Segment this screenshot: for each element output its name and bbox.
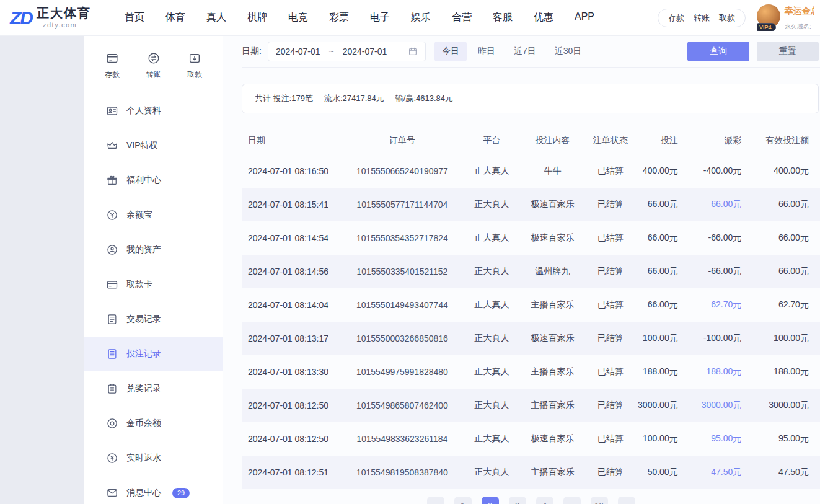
sidebar-shortcut-transfer[interactable]: 转账 — [146, 51, 161, 80]
nav-item[interactable]: 电子 — [370, 11, 390, 24]
cell-payout: 95.00元 — [693, 433, 757, 444]
sidebar-item-rebate[interactable]: 实时返水 — [84, 441, 223, 475]
cell-date: 2024-07-01 08:15:41 — [242, 200, 343, 210]
range-today-button[interactable]: 今日 — [434, 42, 467, 61]
page-button[interactable]: 2 — [482, 497, 499, 504]
quick-action-button[interactable]: 存款 — [668, 12, 684, 24]
column-header: 订单号 — [343, 135, 461, 146]
cell-status: 已结算 — [583, 433, 638, 444]
cell-status: 已结算 — [583, 166, 638, 177]
sidebar-item-bet-records[interactable]: 投注记录 — [84, 337, 223, 371]
cell-bet-content: 极速百家乐 — [522, 199, 583, 210]
page-button[interactable]: 1 — [454, 497, 472, 504]
table-row: 2024-07-01 08:12:501015549865807462400正大… — [242, 389, 820, 422]
range-yesterday-button[interactable]: 昨日 — [470, 42, 503, 61]
page-button[interactable]: 18 — [591, 497, 608, 504]
table-header: 日期订单号平台投注内容注单状态投注派彩有效投注额 — [242, 127, 820, 154]
cell-payout: -66.00元 — [693, 266, 757, 277]
cell-payout: -66.00元 — [693, 232, 757, 244]
date-range-input[interactable]: 2024-07-01 ~ 2024-07-01 — [268, 42, 426, 61]
column-header: 日期 — [242, 135, 343, 146]
table-row: 2024-07-01 08:12:511015549819508387840正大… — [242, 456, 820, 489]
table-row: 2024-07-01 08:13:301015549975991828480正大… — [242, 355, 820, 389]
summary-item: 输/赢:4613.84元 — [395, 93, 453, 104]
deposit-icon — [105, 51, 119, 65]
sidebar-item-label: 余额宝 — [126, 210, 152, 221]
reset-button[interactable]: 重置 — [757, 42, 819, 61]
cell-platform: 正大真人 — [462, 333, 522, 344]
quick-action-button[interactable]: 转账 — [694, 12, 710, 24]
nav-item[interactable]: 娱乐 — [411, 11, 431, 24]
avatar-wrap: VIP4 — [757, 4, 780, 28]
sidebar-shortcut-deposit[interactable]: 存款 — [105, 51, 120, 80]
rebate-icon — [106, 452, 118, 464]
cell-date: 2024-07-01 08:12:51 — [242, 467, 343, 477]
quick-range-group: 今日昨日近7日近30日 — [434, 42, 589, 61]
cell-status: 已结算 — [583, 333, 638, 344]
cell-order-id: 1015550354352717824 — [343, 233, 461, 243]
brand-logo-mark: ZD — [10, 9, 32, 27]
page-button[interactable]: 4 — [536, 497, 553, 504]
nav-item[interactable]: 优惠 — [534, 11, 553, 24]
sidebar-item-coins[interactable]: 金币余额 — [84, 406, 223, 441]
filter-bar: 日期: 2024-07-01 ~ 2024-07-01 今日昨日近7日近30日 … — [242, 35, 820, 68]
range-last30-button[interactable]: 近30日 — [547, 42, 589, 61]
top-navbar: ZD 正大体育 zdty.com 首页体育真人棋牌电竞彩票电子娱乐合营客服优惠A… — [0, 0, 820, 35]
sidebar-item-transactions[interactable]: 交易记录 — [84, 302, 223, 337]
sidebar-item-label: 取款卡 — [126, 279, 152, 290]
column-header: 注单状态 — [583, 135, 638, 146]
nav-item[interactable]: 合营 — [452, 11, 472, 24]
page-layout: 存款转账取款 个人资料VIP特权福利中心余额宝我的资产取款卡交易记录投注记录兑奖… — [0, 35, 820, 504]
cell-payout: 62.70元 — [693, 299, 757, 311]
quick-action-button[interactable]: 取款 — [719, 12, 735, 24]
cell-bet-content: 温州牌九 — [522, 266, 583, 277]
sidebar-item-messages[interactable]: 消息中心29 — [84, 475, 223, 504]
cell-order-id: 1015549975991828480 — [343, 367, 461, 377]
page-button[interactable]: … — [563, 497, 581, 504]
sidebar-shortcuts: 存款转账取款 — [84, 35, 223, 90]
sidebar-item-vip[interactable]: VIP特权 — [84, 128, 223, 163]
table-row: 2024-07-01 08:14:561015550335401521152正大… — [242, 255, 820, 288]
sidebar-item-withdraw-card[interactable]: 取款卡 — [84, 267, 223, 302]
main-content: 日期: 2024-07-01 ~ 2024-07-01 今日昨日近7日近30日 … — [223, 35, 820, 504]
vip-badge: VIP4 — [757, 23, 776, 31]
brand-logo[interactable]: ZD 正大体育 zdty.com — [10, 7, 91, 29]
cell-date: 2024-07-01 08:12:50 — [242, 434, 343, 444]
nav-item[interactable]: 首页 — [125, 11, 144, 24]
nav-item[interactable]: 棋牌 — [247, 11, 267, 24]
cell-bet-amount: 100.00元 — [638, 333, 693, 344]
records-table: 日期订单号平台投注内容注单状态投注派彩有效投注额 2024-07-01 08:1… — [242, 127, 820, 489]
nav-item[interactable]: 体育 — [165, 11, 185, 24]
user-block: VIP4 幸运金总 永久域名: — [757, 4, 814, 31]
sidebar-item-profile[interactable]: 个人资料 — [84, 94, 223, 128]
cell-platform: 正大真人 — [462, 232, 522, 244]
sidebar-item-label: 兑奖记录 — [126, 383, 161, 394]
sidebar-item-welfare[interactable]: 福利中心 — [84, 163, 223, 198]
cell-bet-amount: 3000.00元 — [638, 400, 693, 411]
sidebar-item-assets[interactable]: 我的资产 — [84, 232, 223, 267]
sidebar-item-yuebao[interactable]: 余额宝 — [84, 198, 223, 232]
page-button[interactable]: 3 — [509, 497, 526, 504]
nav-item[interactable]: 真人 — [206, 11, 226, 24]
cell-order-id: 1015549865807462400 — [343, 400, 461, 410]
nav-item[interactable]: 彩票 — [329, 11, 349, 24]
column-header: 派彩 — [693, 135, 757, 146]
sidebar-item-redeem[interactable]: 兑奖记录 — [84, 371, 223, 406]
nav-item[interactable]: 电竞 — [288, 11, 308, 24]
nav-item[interactable]: APP — [575, 11, 594, 24]
range-last7-button[interactable]: 近7日 — [506, 42, 544, 61]
profile-icon — [106, 105, 118, 117]
page-button[interactable]: ‹ — [427, 497, 444, 504]
nav-item[interactable]: 客服 — [493, 11, 513, 24]
search-button[interactable]: 查询 — [687, 42, 749, 61]
cell-valid-amount: 100.00元 — [756, 333, 820, 344]
sidebar-shortcut-withdraw[interactable]: 取款 — [187, 51, 202, 80]
transactions-icon — [106, 313, 118, 325]
page-button[interactable]: › — [618, 497, 635, 504]
unread-badge: 29 — [172, 488, 190, 498]
permanent-domain-label: 永久域名: — [785, 22, 814, 31]
cell-platform: 正大真人 — [462, 199, 522, 210]
cell-date: 2024-07-01 08:16:50 — [242, 166, 343, 176]
cell-order-id: 1015549833623261184 — [343, 434, 461, 444]
sidebar: 存款转账取款 个人资料VIP特权福利中心余额宝我的资产取款卡交易记录投注记录兑奖… — [84, 35, 223, 504]
